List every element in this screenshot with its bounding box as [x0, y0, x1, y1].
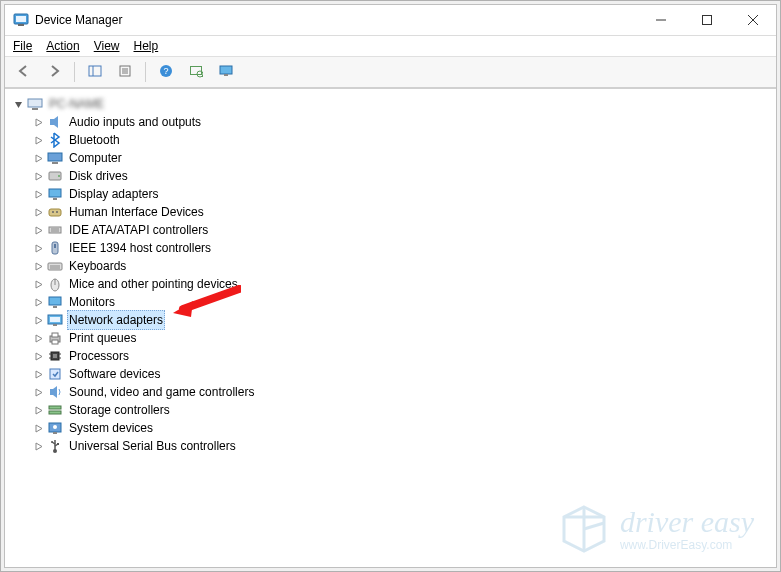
properties-button[interactable] [112, 59, 138, 85]
menu-help[interactable]: Help [134, 39, 159, 53]
mouse-icon [47, 276, 63, 292]
tree-item[interactable]: Display adapters [9, 185, 772, 203]
maximize-button[interactable] [684, 5, 730, 35]
svg-rect-4 [703, 16, 712, 25]
expand-icon[interactable] [31, 352, 45, 361]
expand-icon[interactable] [31, 136, 45, 145]
svg-point-26 [58, 175, 60, 177]
tree-item[interactable]: Computer [9, 149, 772, 167]
expand-icon[interactable] [31, 298, 45, 307]
tree-item[interactable]: IDE ATA/ATAPI controllers [9, 221, 772, 239]
menu-action[interactable]: Action [46, 39, 79, 53]
expand-icon[interactable] [31, 154, 45, 163]
properties-icon [118, 64, 132, 81]
tree-item[interactable]: Disk drives [9, 167, 772, 185]
panel-icon [88, 64, 102, 81]
svg-rect-56 [50, 369, 60, 379]
arrow-right-icon [47, 64, 61, 81]
minimize-button[interactable] [638, 5, 684, 35]
tree-root[interactable]: PC-NAME [9, 95, 772, 113]
expand-icon[interactable] [31, 424, 45, 433]
show-hide-tree-button[interactable] [82, 59, 108, 85]
tree-item-label: System devices [67, 419, 155, 437]
tree-item[interactable]: Processors [9, 347, 772, 365]
expand-icon[interactable] [31, 388, 45, 397]
tree-item[interactable]: Print queues [9, 329, 772, 347]
expand-icon[interactable] [31, 370, 45, 379]
printer-icon [47, 330, 63, 346]
nav-back-button[interactable] [11, 59, 37, 85]
computer-icon [27, 96, 43, 112]
monitor-icon [219, 64, 233, 81]
title-left: Device Manager [5, 12, 122, 28]
tree-item[interactable]: System devices [9, 419, 772, 437]
network-icon [47, 312, 63, 328]
client-area: PC-NAME Audio inputs and outputsBluetoot… [5, 88, 776, 567]
close-button[interactable] [730, 5, 776, 35]
usb-icon [47, 438, 63, 454]
help-button[interactable]: ? [153, 59, 179, 85]
tree-item[interactable]: IEEE 1394 host controllers [9, 239, 772, 257]
svg-rect-36 [54, 244, 56, 248]
tree-item[interactable]: Sound, video and game controllers [9, 383, 772, 401]
expand-icon[interactable] [31, 172, 45, 181]
svg-rect-66 [57, 443, 59, 445]
svg-rect-45 [50, 317, 60, 322]
svg-rect-7 [89, 66, 101, 76]
cpu-icon [47, 348, 63, 364]
expand-icon[interactable] [31, 406, 45, 415]
svg-point-61 [53, 425, 57, 429]
nav-forward-button[interactable] [41, 59, 67, 85]
expand-icon[interactable] [31, 316, 45, 325]
tree-item[interactable]: Universal Serial Bus controllers [9, 437, 772, 455]
menu-view[interactable]: View [94, 39, 120, 53]
show-hidden-button[interactable] [213, 59, 239, 85]
tree-item[interactable]: Human Interface Devices [9, 203, 772, 221]
ide-icon [47, 222, 63, 238]
expand-icon[interactable] [31, 334, 45, 343]
expand-icon[interactable] [31, 280, 45, 289]
svg-rect-32 [49, 227, 61, 233]
tree-item-label: Audio inputs and outputs [67, 113, 203, 131]
svg-rect-21 [32, 108, 38, 110]
tree-item[interactable]: Audio inputs and outputs [9, 113, 772, 131]
titlebar: Device Manager [5, 5, 776, 36]
tree-item-label: Mice and other pointing devices [67, 275, 240, 293]
menubar: File Action View Help [5, 36, 776, 57]
svg-rect-18 [220, 66, 232, 74]
expand-icon[interactable] [31, 262, 45, 271]
expand-icon[interactable] [31, 208, 45, 217]
svg-rect-58 [49, 406, 61, 409]
tree-item[interactable]: Keyboards [9, 257, 772, 275]
tree-item[interactable]: Monitors [9, 293, 772, 311]
svg-rect-42 [49, 297, 61, 305]
tree-item-label: Keyboards [67, 257, 128, 275]
tree-item-label: Bluetooth [67, 131, 122, 149]
arrow-left-icon [17, 64, 31, 81]
scan-hardware-button[interactable] [183, 59, 209, 85]
tree-item[interactable]: Software devices [9, 365, 772, 383]
app-icon [13, 12, 29, 28]
tree-item[interactable]: Mice and other pointing devices [9, 275, 772, 293]
expand-icon[interactable] [31, 118, 45, 127]
system-icon [47, 420, 63, 436]
tree-item-label: Display adapters [67, 185, 160, 203]
svg-rect-24 [52, 162, 58, 164]
expand-icon[interactable] [31, 226, 45, 235]
storage-icon [47, 402, 63, 418]
tree-item[interactable]: Bluetooth [9, 131, 772, 149]
toolbar-separator [145, 62, 146, 82]
expand-icon[interactable] [31, 244, 45, 253]
svg-text:?: ? [163, 66, 168, 76]
expand-icon[interactable] [31, 442, 45, 451]
expand-icon[interactable] [31, 190, 45, 199]
menu-file[interactable]: File [13, 39, 32, 53]
svg-rect-49 [52, 340, 58, 344]
tree-item[interactable]: Network adapters [9, 311, 772, 329]
tree-item[interactable]: Storage controllers [9, 401, 772, 419]
svg-rect-1 [16, 16, 26, 22]
device-tree[interactable]: PC-NAME Audio inputs and outputsBluetoot… [5, 89, 776, 567]
collapse-icon[interactable] [11, 100, 25, 109]
svg-rect-2 [18, 24, 24, 26]
tree-item-label: Sound, video and game controllers [67, 383, 256, 401]
